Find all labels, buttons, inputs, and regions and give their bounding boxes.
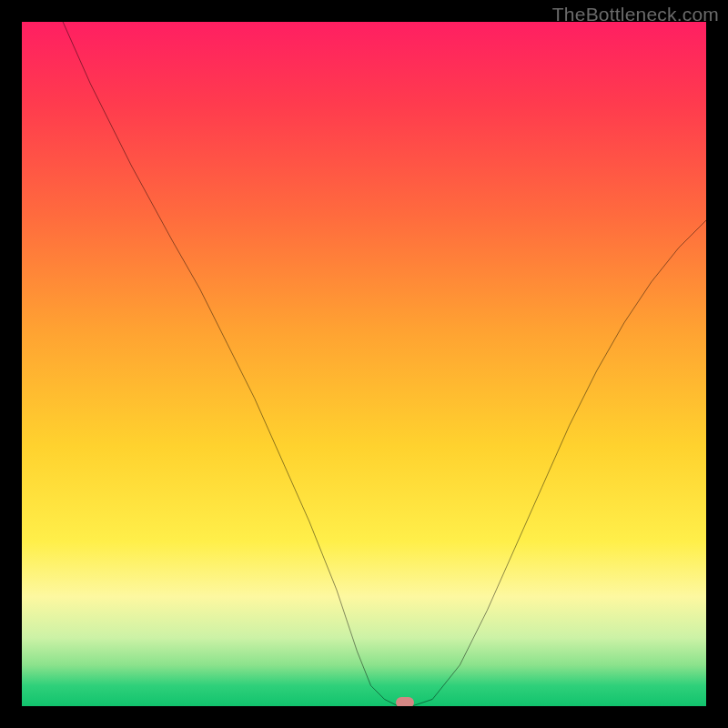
bottleneck-curve — [63, 22, 706, 706]
plot-area — [22, 22, 706, 706]
watermark-text: TheBottleneck.com — [552, 4, 719, 25]
min-point-marker — [396, 697, 414, 706]
chart-stage: TheBottleneck.com — [0, 0, 728, 728]
curve-layer — [22, 22, 706, 706]
